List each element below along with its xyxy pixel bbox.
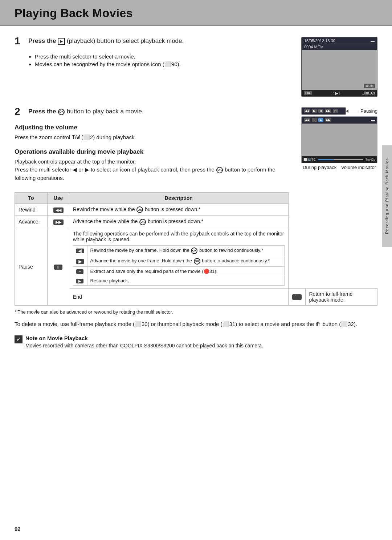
col-desc-header: Description	[69, 193, 289, 204]
frame-rw-icon: ◀|	[76, 249, 84, 253]
camera-screen-body: 1080p	[302, 50, 377, 90]
pb-bottom-icons: ⬜🔊TC	[303, 158, 316, 161]
page-title: Playing Back Movies	[15, 7, 377, 20]
sub-icon-ff: |▶	[73, 256, 87, 266]
pb-controls-top-box: ◀◀ ▶ ⏸ ▶▶ ✂	[301, 107, 346, 115]
pb-controls-second-bar: ◀◀ ⏸ ▶ ▶▶ ▬	[302, 117, 377, 124]
pb-battery-icon: ▬	[371, 118, 375, 122]
row-pause-to: Pause	[15, 228, 48, 305]
sub-desc-ff: Advance the movie by one frame. Hold dow…	[87, 256, 284, 266]
camera-screen-top: 15/05/2012 15:30 ▬	[302, 37, 377, 44]
sub-table-row: ▶ Resume playback.	[73, 276, 284, 285]
pausing-label: Pausing	[360, 108, 377, 114]
pb-controls-top-bar: ◀◀ ▶ ⏸ ▶▶ ✂	[302, 108, 346, 114]
sub-table-row: ✂ Extract and save only the required par…	[73, 266, 284, 276]
row-rewind-desc: Rewind the movie while the OK button is …	[69, 204, 289, 216]
note-title: Note on Movie Playback	[25, 335, 263, 341]
adjusting-volume-heading: Adjusting the volume	[15, 124, 290, 131]
table-row-pause: Pause ⏸ The following operations can be …	[15, 228, 377, 288]
pausing-label-row: Pausing	[348, 108, 377, 114]
pb-play-icon: ▶	[312, 109, 317, 113]
note-body: Movies recorded with cameras other than …	[25, 343, 263, 348]
page-header: Playing Back Movies	[0, 0, 392, 26]
ok-icon-frw: OK	[191, 247, 197, 254]
row-advance-desc: Advance the movie while the OK button is…	[69, 216, 289, 228]
row-pause-use: ⏸	[48, 228, 69, 305]
step1-bullets: Press the multi selector to select a mov…	[28, 53, 290, 68]
pausing-row: ◀◀ ▶ ⏸ ▶▶ ✂ Pausing	[301, 107, 377, 115]
pause-sub-table: ◀| Rewind the movie by one frame. Hold d…	[73, 245, 285, 286]
time-display: 10m16s	[362, 91, 375, 95]
page-number: 92	[15, 526, 21, 532]
pb-play2-icon: ▶	[318, 118, 323, 122]
ok-icon-advance: OK	[139, 219, 146, 225]
step2-header: 2 Press the OK button to play back a mov…	[15, 107, 290, 117]
step1-text: Press the ▶ (playback) button to select …	[28, 37, 184, 45]
camera-screen: 15/05/2012 15:30 ▬ 0004.MOV 1080p OK : ▶…	[301, 37, 377, 97]
pb-screen-labels: During playback Volume indicator	[301, 165, 377, 170]
step2-section: 2 Press the OK button to play back a mov…	[15, 107, 377, 186]
sub-table-row: |▶ Advance the movie by one frame. Hold …	[73, 256, 284, 266]
table-row-end: End ⬛ Return to full-frame playback mode…	[15, 288, 377, 305]
camera-battery-icon: ▬	[371, 39, 375, 43]
bullet-1: Press the multi selector to select a mov…	[35, 53, 290, 60]
note-box: ✓ Note on Movie Playback Movies recorded…	[15, 335, 377, 348]
pb-time: 7m42s	[366, 158, 375, 161]
note-content: Note on Movie Playback Movies recorded w…	[25, 335, 263, 348]
row-pause-desc-intro: The following operations can be performe…	[69, 228, 289, 288]
col-to-header: To	[15, 193, 48, 204]
pb-body	[302, 124, 377, 156]
ok-circle-icon: OK	[58, 109, 65, 115]
ok-icon-fff: OK	[194, 258, 200, 265]
pb-icons: ◀◀ ▶ ⏸ ▶▶ ✂	[304, 109, 338, 113]
step2-left: 2 Press the OK button to play back a mov…	[15, 107, 290, 186]
pb-pause-icon: ⏸	[318, 109, 323, 113]
during-playback-label: During playback	[303, 165, 336, 170]
side-label-text: Recording and Playing Back Movies	[385, 158, 389, 234]
table-row: Rewind ◀◀ Rewind the movie while the OK …	[15, 204, 377, 216]
step1-number: 1	[15, 35, 28, 47]
pb-ff-icon: ▶▶	[325, 109, 331, 113]
pb-progress-fill	[318, 159, 334, 160]
main-content: 1 Press the ▶ (playback) button to selec…	[0, 26, 392, 359]
row-end-desc: Return to full-frame playback mode.	[305, 288, 377, 305]
sub-table-row: ◀| Rewind the movie by one frame. Hold d…	[73, 245, 284, 256]
step1-section: 1 Press the ▶ (playback) button to selec…	[15, 37, 377, 97]
play-icon: : ▶ |	[333, 91, 340, 95]
pb-rw-icon: ◀◀	[304, 118, 310, 122]
camera-screen-bottom: OK : ▶ | 10m16s	[302, 90, 377, 96]
sub-desc-rw: Rewind the movie by one frame. Hold down…	[87, 245, 284, 256]
pause-icon: ⏸	[54, 265, 62, 270]
bottom-paragraph: To delete a movie, use full-frame playba…	[15, 320, 377, 329]
camera-date: 15/05/2012 15:30	[304, 39, 335, 43]
step1-left: 1 Press the ▶ (playback) button to selec…	[15, 37, 290, 69]
pb-ff2-icon: ▶▶	[325, 118, 331, 122]
row-advance-use: ▶▶	[48, 216, 69, 228]
pb-controls-second: ◀◀ ⏸ ▶ ▶▶ ▬ ⬜🔊TC 7m42s	[301, 116, 377, 163]
step1-header: 1 Press the ▶ (playback) button to selec…	[15, 37, 290, 47]
stop-icon: ⬛	[292, 294, 302, 300]
pausing-arrow	[348, 111, 359, 111]
row-end-to: End	[69, 288, 289, 305]
ok-icon-rewind: OK	[136, 206, 143, 213]
row-end-use: ⬛	[288, 288, 305, 305]
sub-icon-rw: ◀|	[73, 245, 87, 256]
playback-screen: ◀◀ ▶ ⏸ ▶▶ ✂ Pausing	[301, 107, 377, 170]
pb-progress-bar	[318, 159, 363, 160]
volume-indicator-label: Volume indicator	[341, 165, 376, 170]
sub-desc-play: Resume playback.	[87, 276, 284, 285]
table-row: Advance ▶▶ Advance the movie while the O…	[15, 216, 377, 228]
pb-rewind-icon: ◀◀	[304, 109, 310, 113]
cut-icon: ✂	[76, 269, 83, 274]
adjusting-volume-body: Press the zoom control T/W (⬜2) during p…	[15, 133, 290, 142]
operations-table: To Use Description Rewind ◀◀ Rewind the …	[15, 192, 377, 306]
advance-icon: ▶▶	[53, 219, 64, 225]
note-icon: ✓	[15, 335, 23, 343]
rewind-icon: ◀◀	[53, 207, 64, 213]
pb-scissors-icon: ✂	[333, 109, 338, 113]
sub-desc-cut: Extract and save only the required parts…	[87, 266, 284, 276]
hd-badge: 1080p	[364, 84, 375, 88]
row-rewind-use: ◀◀	[48, 204, 69, 216]
col-use-header: Use	[48, 193, 69, 204]
row-rewind-to: Rewind	[15, 204, 48, 216]
